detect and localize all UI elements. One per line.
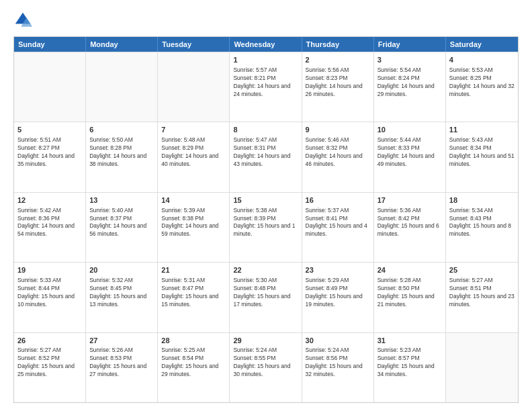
calendar-cell: 11Sunrise: 5:43 AM Sunset: 8:34 PM Dayli… (446, 122, 518, 191)
calendar-body: 1Sunrise: 5:57 AM Sunset: 8:21 PM Daylig… (14, 52, 518, 402)
cell-info: Sunrise: 5:56 AM Sunset: 8:23 PM Dayligh… (306, 66, 370, 99)
cell-day-number: 28 (161, 336, 226, 346)
calendar-cell: 31Sunrise: 5:23 AM Sunset: 8:57 PM Dayli… (374, 333, 446, 402)
logo (13, 11, 35, 30)
cell-day-number: 17 (378, 195, 442, 205)
calendar-cell: 28Sunrise: 5:25 AM Sunset: 8:54 PM Dayli… (158, 333, 230, 402)
calendar-cell (158, 52, 230, 122)
calendar-cell: 25Sunrise: 5:27 AM Sunset: 8:51 PM Dayli… (446, 263, 518, 332)
cell-day-number: 30 (306, 336, 370, 346)
calendar-cell: 2Sunrise: 5:56 AM Sunset: 8:23 PM Daylig… (302, 52, 374, 122)
header-day-monday: Monday (86, 37, 158, 52)
cell-info: Sunrise: 5:24 AM Sunset: 8:56 PM Dayligh… (306, 347, 370, 379)
calendar-cell: 17Sunrise: 5:36 AM Sunset: 8:42 PM Dayli… (374, 193, 446, 262)
cell-info: Sunrise: 5:28 AM Sunset: 8:50 PM Dayligh… (378, 277, 442, 309)
cell-day-number: 15 (233, 195, 298, 205)
calendar-cell: 21Sunrise: 5:31 AM Sunset: 8:47 PM Dayli… (158, 263, 230, 332)
calendar-cell: 13Sunrise: 5:40 AM Sunset: 8:37 PM Dayli… (86, 193, 158, 262)
calendar-cell: 18Sunrise: 5:34 AM Sunset: 8:43 PM Dayli… (446, 193, 518, 262)
calendar: SundayMondayTuesdayWednesdayThursdayFrid… (13, 36, 519, 403)
header-day-thursday: Thursday (302, 37, 374, 52)
cell-info: Sunrise: 5:50 AM Sunset: 8:28 PM Dayligh… (89, 136, 154, 169)
calendar-row: 1Sunrise: 5:57 AM Sunset: 8:21 PM Daylig… (14, 52, 518, 122)
cell-info: Sunrise: 5:26 AM Sunset: 8:53 PM Dayligh… (89, 347, 154, 379)
cell-info: Sunrise: 5:54 AM Sunset: 8:24 PM Dayligh… (378, 66, 442, 99)
calendar-cell: 20Sunrise: 5:32 AM Sunset: 8:45 PM Dayli… (86, 263, 158, 332)
cell-day-number: 26 (17, 336, 82, 346)
calendar-cell: 15Sunrise: 5:38 AM Sunset: 8:39 PM Dayli… (230, 193, 302, 262)
cell-info: Sunrise: 5:30 AM Sunset: 8:48 PM Dayligh… (233, 277, 298, 309)
cell-day-number: 5 (17, 125, 82, 135)
calendar-cell: 8Sunrise: 5:47 AM Sunset: 8:31 PM Daylig… (230, 122, 302, 191)
header-day-sunday: Sunday (14, 37, 86, 52)
calendar-cell: 19Sunrise: 5:33 AM Sunset: 8:44 PM Dayli… (14, 263, 86, 332)
page-header (13, 11, 519, 30)
cell-info: Sunrise: 5:37 AM Sunset: 8:41 PM Dayligh… (306, 207, 370, 239)
cell-day-number: 27 (89, 336, 154, 346)
calendar-cell: 27Sunrise: 5:26 AM Sunset: 8:53 PM Dayli… (86, 333, 158, 402)
calendar-row: 19Sunrise: 5:33 AM Sunset: 8:44 PM Dayli… (14, 262, 518, 332)
cell-day-number: 20 (89, 265, 154, 275)
calendar-cell: 4Sunrise: 5:53 AM Sunset: 8:25 PM Daylig… (446, 52, 518, 122)
cell-info: Sunrise: 5:23 AM Sunset: 8:57 PM Dayligh… (378, 347, 442, 379)
calendar-cell: 5Sunrise: 5:51 AM Sunset: 8:27 PM Daylig… (14, 122, 86, 191)
cell-day-number: 4 (449, 55, 515, 65)
cell-day-number: 25 (449, 265, 515, 275)
calendar-cell: 9Sunrise: 5:46 AM Sunset: 8:32 PM Daylig… (302, 122, 374, 191)
cell-info: Sunrise: 5:44 AM Sunset: 8:33 PM Dayligh… (378, 136, 442, 169)
calendar-cell: 29Sunrise: 5:24 AM Sunset: 8:55 PM Dayli… (230, 333, 302, 402)
calendar-cell: 3Sunrise: 5:54 AM Sunset: 8:24 PM Daylig… (374, 52, 446, 122)
header-day-friday: Friday (374, 37, 446, 52)
calendar-cell (86, 52, 158, 122)
cell-day-number: 18 (449, 195, 515, 205)
cell-day-number: 14 (161, 195, 226, 205)
cell-info: Sunrise: 5:25 AM Sunset: 8:54 PM Dayligh… (161, 347, 226, 379)
logo-icon (13, 11, 32, 30)
calendar-cell: 10Sunrise: 5:44 AM Sunset: 8:33 PM Dayli… (374, 122, 446, 191)
cell-day-number: 12 (17, 195, 82, 205)
cell-info: Sunrise: 5:33 AM Sunset: 8:44 PM Dayligh… (17, 277, 82, 309)
calendar-cell: 23Sunrise: 5:29 AM Sunset: 8:49 PM Dayli… (302, 263, 374, 332)
header-day-saturday: Saturday (446, 37, 518, 52)
cell-day-number: 7 (161, 125, 226, 135)
cell-info: Sunrise: 5:43 AM Sunset: 8:34 PM Dayligh… (449, 136, 515, 169)
calendar-cell: 6Sunrise: 5:50 AM Sunset: 8:28 PM Daylig… (86, 122, 158, 191)
cell-info: Sunrise: 5:32 AM Sunset: 8:45 PM Dayligh… (89, 277, 154, 309)
cell-day-number: 8 (233, 125, 298, 135)
cell-day-number: 11 (449, 125, 515, 135)
cell-day-number: 31 (378, 336, 442, 346)
calendar-cell: 1Sunrise: 5:57 AM Sunset: 8:21 PM Daylig… (230, 52, 302, 122)
calendar-cell: 24Sunrise: 5:28 AM Sunset: 8:50 PM Dayli… (374, 263, 446, 332)
cell-info: Sunrise: 5:29 AM Sunset: 8:49 PM Dayligh… (306, 277, 370, 309)
cell-info: Sunrise: 5:27 AM Sunset: 8:52 PM Dayligh… (17, 347, 82, 379)
cell-day-number: 3 (378, 55, 442, 65)
calendar-cell: 30Sunrise: 5:24 AM Sunset: 8:56 PM Dayli… (302, 333, 374, 402)
cell-day-number: 1 (233, 55, 298, 65)
cell-info: Sunrise: 5:36 AM Sunset: 8:42 PM Dayligh… (378, 207, 442, 239)
calendar-row: 12Sunrise: 5:42 AM Sunset: 8:36 PM Dayli… (14, 192, 518, 262)
calendar-cell: 22Sunrise: 5:30 AM Sunset: 8:48 PM Dayli… (230, 263, 302, 332)
cell-info: Sunrise: 5:48 AM Sunset: 8:29 PM Dayligh… (161, 136, 226, 169)
calendar-cell: 7Sunrise: 5:48 AM Sunset: 8:29 PM Daylig… (158, 122, 230, 191)
cell-day-number: 10 (378, 125, 442, 135)
calendar-cell (446, 333, 518, 402)
calendar-cell: 12Sunrise: 5:42 AM Sunset: 8:36 PM Dayli… (14, 193, 86, 262)
cell-info: Sunrise: 5:42 AM Sunset: 8:36 PM Dayligh… (17, 207, 82, 239)
calendar-cell: 16Sunrise: 5:37 AM Sunset: 8:41 PM Dayli… (302, 193, 374, 262)
cell-info: Sunrise: 5:24 AM Sunset: 8:55 PM Dayligh… (233, 347, 298, 379)
cell-info: Sunrise: 5:34 AM Sunset: 8:43 PM Dayligh… (449, 207, 515, 239)
cell-info: Sunrise: 5:40 AM Sunset: 8:37 PM Dayligh… (89, 207, 154, 239)
calendar-cell (14, 52, 86, 122)
cell-info: Sunrise: 5:27 AM Sunset: 8:51 PM Dayligh… (449, 277, 515, 309)
cell-day-number: 23 (306, 265, 370, 275)
cell-info: Sunrise: 5:47 AM Sunset: 8:31 PM Dayligh… (233, 136, 298, 169)
cell-day-number: 6 (89, 125, 154, 135)
cell-info: Sunrise: 5:53 AM Sunset: 8:25 PM Dayligh… (449, 66, 515, 99)
cell-day-number: 13 (89, 195, 154, 205)
cell-info: Sunrise: 5:38 AM Sunset: 8:39 PM Dayligh… (233, 207, 298, 239)
calendar-cell: 14Sunrise: 5:39 AM Sunset: 8:38 PM Dayli… (158, 193, 230, 262)
cell-info: Sunrise: 5:57 AM Sunset: 8:21 PM Dayligh… (233, 66, 298, 99)
cell-info: Sunrise: 5:46 AM Sunset: 8:32 PM Dayligh… (306, 136, 370, 169)
cell-day-number: 29 (233, 336, 298, 346)
cell-info: Sunrise: 5:31 AM Sunset: 8:47 PM Dayligh… (161, 277, 226, 309)
